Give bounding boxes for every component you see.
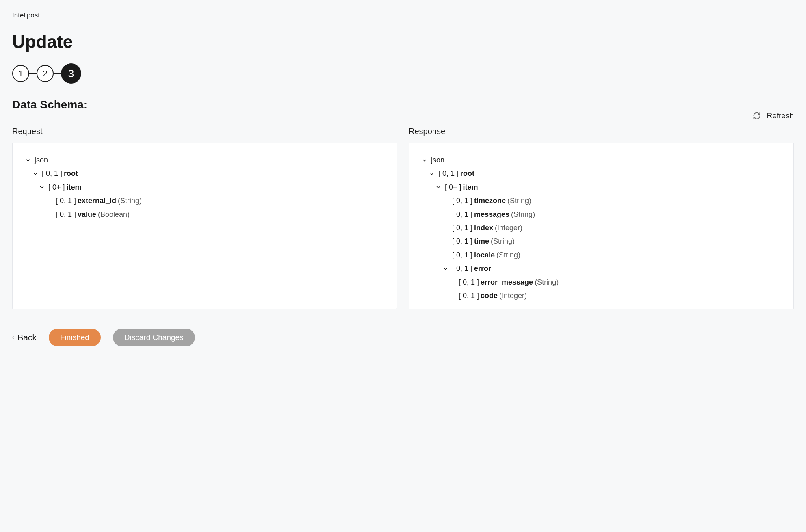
tree-node: [ 0, 1 ] index (Integer) bbox=[421, 221, 781, 235]
cardinality: [ 0, 1 ] bbox=[56, 210, 76, 219]
tree-node[interactable]: [ 0, 1 ] root bbox=[25, 167, 385, 180]
cardinality: [ 0, 1 ] bbox=[56, 196, 76, 205]
tree-node: [ 0, 1 ] code (Integer) bbox=[421, 289, 781, 303]
request-column: Request json[ 0, 1 ] root[ 0+ ] item[ 0,… bbox=[12, 127, 397, 309]
field-name: root bbox=[460, 169, 474, 178]
section-title: Data Schema: bbox=[12, 98, 794, 111]
field-name: time bbox=[474, 237, 489, 246]
tree-node: [ 0, 1 ] error_message (String) bbox=[421, 276, 781, 289]
field-type: (String) bbox=[507, 196, 531, 205]
tree-node-json[interactable]: json bbox=[421, 154, 781, 167]
step-connector bbox=[54, 73, 61, 74]
tree-label: json bbox=[35, 156, 48, 165]
tree-node[interactable]: [ 0, 1 ] root bbox=[421, 167, 781, 180]
cardinality: [ 0+ ] bbox=[48, 183, 65, 192]
cardinality: [ 0, 1 ] bbox=[459, 278, 479, 287]
field-name: timezone bbox=[474, 196, 506, 205]
field-type: (String) bbox=[491, 237, 515, 246]
back-button[interactable]: ‹ Back bbox=[12, 333, 37, 342]
stepper: 1 2 3 bbox=[12, 63, 794, 84]
refresh-icon bbox=[753, 112, 761, 120]
refresh-label: Refresh bbox=[767, 111, 794, 120]
chevron-down-icon[interactable] bbox=[435, 184, 442, 190]
cardinality: [ 0, 1 ] bbox=[42, 169, 62, 178]
field-name: value bbox=[78, 210, 96, 219]
tree-label: json bbox=[431, 156, 444, 165]
chevron-down-icon[interactable] bbox=[32, 171, 39, 177]
tree-node-json[interactable]: json bbox=[25, 154, 385, 167]
tree-node[interactable]: [ 0, 1 ] error bbox=[421, 262, 781, 275]
chevron-down-icon[interactable] bbox=[421, 157, 428, 164]
discard-button[interactable]: Discard Changes bbox=[113, 329, 195, 346]
tree-node: [ 0, 1 ] time (String) bbox=[421, 235, 781, 248]
chevron-down-icon[interactable] bbox=[39, 184, 45, 190]
field-type: (String) bbox=[511, 210, 535, 219]
field-type: (String) bbox=[535, 278, 559, 287]
field-type: (Boolean) bbox=[98, 210, 130, 219]
field-name: messages bbox=[474, 210, 509, 219]
field-type: (String) bbox=[496, 251, 520, 260]
chevron-down-icon[interactable] bbox=[25, 157, 31, 164]
step-connector bbox=[29, 73, 37, 74]
chevron-down-icon[interactable] bbox=[442, 266, 449, 272]
field-name: error bbox=[474, 264, 491, 273]
tree-node: [ 0, 1 ] external_id (String) bbox=[25, 194, 385, 208]
field-name: code bbox=[481, 291, 498, 301]
tree-node: [ 0, 1 ] locale (String) bbox=[421, 249, 781, 262]
chevron-down-icon[interactable] bbox=[429, 171, 435, 177]
breadcrumb-link[interactable]: Intelipost bbox=[12, 11, 40, 19]
page-title: Update bbox=[12, 32, 794, 52]
cardinality: [ 0, 1 ] bbox=[459, 291, 479, 301]
step-1[interactable]: 1 bbox=[12, 65, 29, 82]
chevron-left-icon: ‹ bbox=[12, 334, 14, 341]
cardinality: [ 0, 1 ] bbox=[452, 196, 472, 205]
step-3[interactable]: 3 bbox=[61, 63, 81, 84]
field-name: item bbox=[67, 183, 82, 192]
cardinality: [ 0, 1 ] bbox=[438, 169, 459, 178]
tree-node[interactable]: [ 0+ ] item bbox=[25, 181, 385, 194]
tree-node[interactable]: [ 0+ ] item bbox=[421, 181, 781, 194]
field-name: locale bbox=[474, 251, 495, 260]
cardinality: [ 0+ ] bbox=[445, 183, 462, 192]
footer-actions: ‹ Back Finished Discard Changes bbox=[12, 329, 794, 346]
field-name: root bbox=[64, 169, 78, 178]
cardinality: [ 0, 1 ] bbox=[452, 210, 472, 219]
field-name: index bbox=[474, 223, 493, 233]
back-label: Back bbox=[17, 333, 37, 342]
field-type: (Integer) bbox=[499, 291, 527, 301]
cardinality: [ 0, 1 ] bbox=[452, 264, 472, 273]
cardinality: [ 0, 1 ] bbox=[452, 223, 472, 233]
cardinality: [ 0, 1 ] bbox=[452, 251, 472, 260]
response-schema-box: json[ 0, 1 ] root[ 0+ ] item[ 0, 1 ] tim… bbox=[409, 143, 794, 309]
step-2[interactable]: 2 bbox=[37, 65, 54, 82]
cardinality: [ 0, 1 ] bbox=[452, 237, 472, 246]
tree-node: [ 0, 1 ] messages (String) bbox=[421, 208, 781, 221]
request-label: Request bbox=[12, 127, 397, 136]
response-label: Response bbox=[409, 127, 794, 136]
field-type: (Integer) bbox=[495, 223, 522, 233]
field-name: error_message bbox=[481, 278, 533, 287]
tree-node: [ 0, 1 ] value (Boolean) bbox=[25, 208, 385, 221]
field-type: (String) bbox=[118, 196, 142, 205]
request-schema-box: json[ 0, 1 ] root[ 0+ ] item[ 0, 1 ] ext… bbox=[12, 143, 397, 309]
schema-container: Request json[ 0, 1 ] root[ 0+ ] item[ 0,… bbox=[12, 127, 794, 309]
response-column: Refresh Response json[ 0, 1 ] root[ 0+ ]… bbox=[409, 127, 794, 309]
refresh-button[interactable]: Refresh bbox=[753, 111, 794, 120]
field-name: external_id bbox=[78, 196, 116, 205]
tree-node: [ 0, 1 ] timezone (String) bbox=[421, 194, 781, 208]
finished-button[interactable]: Finished bbox=[49, 329, 101, 346]
field-name: item bbox=[463, 183, 478, 192]
